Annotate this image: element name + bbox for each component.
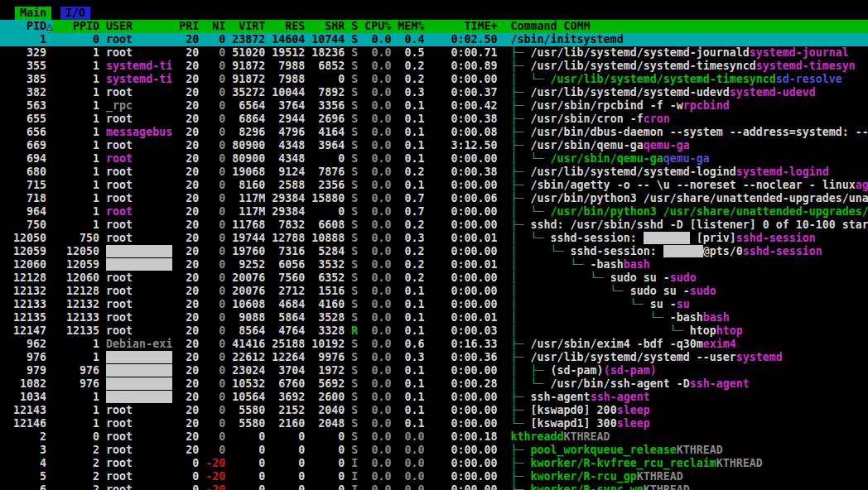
process-row[interactable]: 12059 12050 20 0 19760 7316 5284 S 0.0 0…	[0, 245, 868, 258]
row-text: 715 1	[0, 179, 106, 191]
row-text-dim: 0	[205, 404, 225, 416]
process-row[interactable]: 750 1 root 20 0 11768 7832 6608 S 0.0 0.…	[0, 219, 868, 232]
row-text-dim: 0	[205, 444, 225, 456]
row-text: /usr/lib/systemd/systemd-logind	[531, 166, 736, 178]
process-row[interactable]: 12128 12060 root 20 0 20076 7560 6352 S …	[0, 271, 868, 285]
process-row[interactable]: 6 2 root 0 -20 0 0 0 I 0.0 0.0 0:00.00 ├…	[0, 483, 868, 490]
row-text: 0	[179, 457, 205, 469]
row-text: 0.1	[398, 311, 424, 324]
row-text	[172, 166, 179, 178]
row-text: root	[106, 139, 172, 151]
process-row[interactable]: 718 1 root 20 0 117M 29384 15880 S 0.0 0…	[0, 192, 868, 205]
process-row[interactable]: 563 1 _rpc 20 0 6564 3764 3356 S 0.0 0.1…	[0, 99, 868, 113]
process-row[interactable]: 3 2 root 20 0 0 0 0 S 0.0 0.0 0:00.00 ├─…	[0, 444, 868, 457]
process-row[interactable]: 385 1 systemd-ti 20 0 91872 7988 0 S 0.0…	[0, 73, 868, 86]
redaction-box	[106, 391, 172, 403]
process-row[interactable]: 4 2 root 0 -20 0 0 0 I 0.0 0.0 0:00.00 ├…	[0, 457, 868, 470]
row-text: 0:00.00	[424, 271, 510, 284]
comm-text: sudo	[670, 271, 697, 284]
process-row[interactable]: 976 1 20 0 22612 12264 9976 S 0.0 0.3 0:…	[0, 351, 868, 364]
row-text: 0	[179, 483, 205, 490]
row-text: 0.4	[398, 33, 424, 46]
row-text: 23872 14604 10744	[225, 33, 351, 46]
process-row[interactable]: 12135 12133 root 20 0 9088 5864 3528 S 0…	[0, 311, 868, 324]
process-row[interactable]: 12147 12135 root 20 0 8564 4764 3328 R 0…	[0, 324, 868, 338]
process-row[interactable]: 5 2 root 0 -20 0 0 0 I 0.0 0.0 0:00.00 ├…	[0, 470, 868, 483]
tab-io[interactable]: I/O	[60, 7, 90, 20]
row-text-dim: 0.0	[364, 324, 391, 337]
process-row[interactable]: 1034 1 20 0 10564 3692 2600 S 0.0 0.1 0:…	[0, 391, 868, 404]
row-text: sudo su -	[610, 271, 670, 284]
row-text: 1082 976	[0, 377, 106, 390]
row-text: root	[106, 430, 172, 443]
tab-main[interactable]: Main	[15, 7, 51, 20]
process-row[interactable]: 715 1 root 20 0 8160 2588 2356 S 0.0 0.1…	[0, 179, 868, 192]
row-text: 750 1	[0, 219, 106, 231]
row-text-dim: 0	[205, 60, 225, 72]
process-row[interactable]: 12050 750 root 20 0 19744 12788 10888 S …	[0, 232, 868, 245]
sort-column-header-pid[interactable]: PID△	[0, 20, 53, 32]
row-text: 20	[179, 166, 205, 178]
process-row[interactable]: 329 1 root 20 0 51020 19512 18236 S 0.0 …	[0, 46, 868, 60]
row-text: 0:00.28	[424, 377, 510, 390]
row-text-dim: 0	[205, 391, 225, 403]
process-row[interactable]: 1082 976 20 0 10532 6760 5692 S 0.0 0.1 …	[0, 377, 868, 391]
process-row[interactable]: 382 1 root 20 0 35272 10044 7892 S 0.0 0…	[0, 86, 868, 99]
process-row[interactable]: 1 0 root 20 0 23872 14604 10744 S 0.0 0.…	[0, 33, 868, 46]
process-row[interactable]: 12060 12059 20 0 9252 6056 3532 S 0.0 0.…	[0, 258, 868, 271]
row-text-dim: 0	[205, 430, 225, 443]
tree-branch: ├─	[511, 60, 531, 72]
row-text-dim: 0.0	[364, 139, 391, 151]
row-text: [kswapd0] 200	[531, 404, 617, 416]
comm-text: systemd-journal	[750, 46, 849, 59]
row-text: sudo su -	[630, 285, 690, 297]
process-row[interactable]: 12143 1 root 20 0 5580 2152 2040 S 0.0 0…	[0, 404, 868, 417]
row-text	[172, 271, 179, 284]
table-header[interactable]: PID△ PPID USER PRI NI VIRT RES SHR S CPU…	[0, 20, 868, 33]
row-text: 12146 1	[0, 417, 106, 430]
process-row[interactable]: 694 1 root 20 0 80900 4348 0 S 0.0 0.1 0…	[0, 152, 868, 166]
process-row[interactable]: 669 1 root 20 0 80900 4348 3964 S 0.0 0.…	[0, 139, 868, 152]
row-text	[172, 73, 179, 85]
row-text: root	[106, 179, 172, 191]
row-text: 20	[179, 192, 205, 204]
process-row[interactable]: 655 1 root 20 0 6864 2944 2696 S 0.0 0.1…	[0, 113, 868, 126]
row-text: 0:00.01	[424, 258, 510, 271]
row-text: 20	[179, 417, 205, 430]
row-text: 0:00.00	[424, 152, 510, 165]
process-row[interactable]: 962 1 Debian-exi 20 0 41416 25188 10192 …	[0, 338, 868, 351]
comm-text: messagebus	[106, 126, 172, 138]
row-text: 0.2	[398, 271, 424, 284]
row-text: [kswapd1] 300	[531, 417, 617, 430]
row-text: 8564 4764 3328	[225, 324, 351, 337]
process-row[interactable]: 12132 12128 root 20 0 20076 2712 1516 S …	[0, 285, 868, 298]
row-text: 11768 7832 6608	[225, 219, 351, 231]
process-row[interactable]: 964 1 root 20 0 117M 29384 0 S 0.0 0.7 0…	[0, 205, 868, 219]
tree-branch: └─	[511, 417, 531, 430]
row-text: 20	[179, 324, 205, 337]
process-row[interactable]: 680 1 root 20 0 19068 9124 7876 S 0.0 0.…	[0, 166, 868, 179]
tree-branch: ├─	[511, 166, 531, 178]
row-text: 20076 7560 6352	[225, 271, 351, 284]
row-text: 0.6	[398, 338, 424, 350]
column-headers[interactable]: PPID USER PRI NI VIRT RES SHR S CPU% MEM…	[53, 20, 590, 32]
row-text	[172, 60, 179, 72]
row-text: su -	[650, 298, 677, 310]
row-text-dim: 0.0	[364, 205, 391, 218]
process-row[interactable]: 355 1 systemd-ti 20 0 91872 7988 6852 S …	[0, 60, 868, 73]
row-text: 0:00.42	[424, 99, 510, 112]
tree-branch: │ └─	[511, 311, 670, 324]
row-text: root	[106, 219, 172, 231]
process-row[interactable]: 12146 1 root 20 0 5580 2160 2048 S 0.0 0…	[0, 417, 868, 430]
tree-branch: ├─	[511, 404, 531, 416]
process-row[interactable]: 12133 12132 root 20 0 10608 4684 4160 S …	[0, 298, 868, 311]
row-text: 0:00.89	[424, 60, 510, 72]
row-text	[172, 457, 179, 469]
process-row[interactable]: 656 1 messagebus 20 0 8296 4796 4164 S 0…	[0, 126, 868, 139]
process-row[interactable]: 979 976 20 0 23024 3704 1972 S 0.0 0.1 0…	[0, 364, 868, 377]
thread-comm-text: qemu-ga	[663, 152, 710, 165]
row-text: 0.3	[398, 86, 424, 98]
row-text: 0:00.00	[424, 298, 510, 310]
process-row[interactable]: 2 0 root 20 0 0 0 0 S 0.0 0.0 0:00.18 kt…	[0, 430, 868, 444]
row-text: 0:00.36	[424, 351, 510, 363]
